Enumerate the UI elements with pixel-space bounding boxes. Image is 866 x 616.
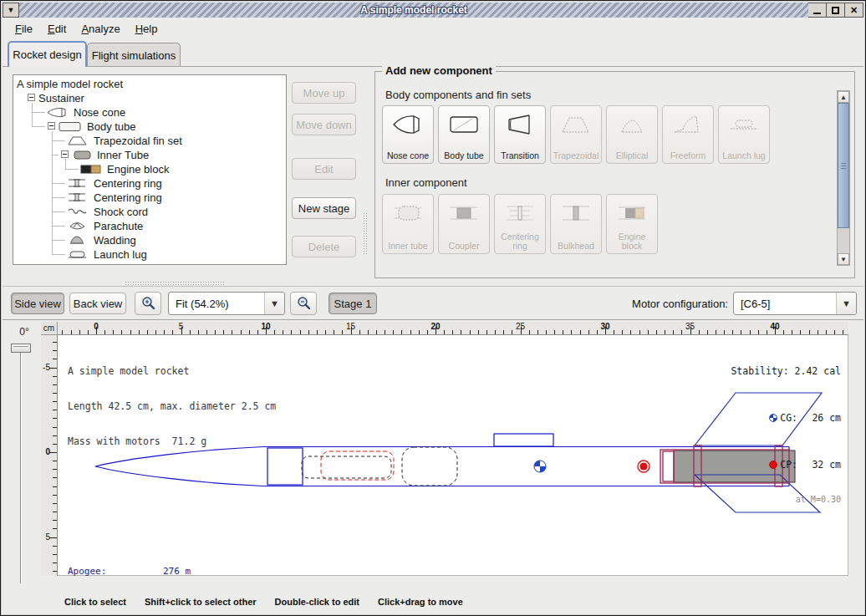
view-toolbar: Side view Back view Fit (54.2%) ▼ Stage … (3, 286, 863, 320)
tree-item-nose-cone[interactable]: Nose cone (13, 105, 286, 120)
body-tube-icon (447, 112, 481, 137)
scrollbar-thumb[interactable] (838, 103, 849, 228)
engine-block-shape (663, 451, 674, 481)
ruler-unit-label: cm (41, 322, 58, 335)
collapse-toggle-icon[interactable] (61, 150, 69, 158)
zoom-in-icon (140, 296, 155, 311)
add-transition-button[interactable]: Transition (494, 105, 546, 164)
move-up-button[interactable]: Move up (292, 82, 356, 104)
add-nose-cone-button[interactable]: Nose cone (382, 105, 434, 164)
parachute-shape[interactable] (402, 447, 457, 486)
rocket-info-text: A simple model rocket Length 42.5 cm, ma… (68, 342, 276, 471)
stability-info: Stability: 2.42 cal CG:26 cm CP:32 cm at… (711, 342, 841, 529)
hint-click-drag: Click+drag to move (378, 597, 463, 607)
motor-configuration-select[interactable]: [C6-5] ▼ (733, 292, 857, 315)
tree-item-launch-lug[interactable]: Launch lug (13, 247, 286, 262)
wadding-icon (67, 234, 89, 246)
rotation-slider-track[interactable] (20, 348, 22, 583)
menu-analyze[interactable]: Analyze (75, 20, 125, 38)
freeform-fin-icon (671, 112, 705, 137)
tree-item-sustainer[interactable]: Sustainer (13, 91, 286, 105)
menu-edit[interactable]: Edit (42, 20, 72, 38)
tree-item-trapezoidal-fin-set[interactable]: Trapezoidal fin set (13, 134, 286, 148)
add-freeform-fin-button[interactable]: Freeform (662, 105, 714, 164)
launch-lug-icon (727, 112, 761, 137)
launch-lug-icon (67, 249, 89, 260)
move-down-button[interactable]: Move down (292, 114, 356, 135)
add-launch-lug-button[interactable]: Launch lug (718, 105, 770, 164)
cg-icon (769, 414, 777, 422)
tree-item-shock-cord[interactable]: Shock cord (13, 205, 286, 219)
cp-line: CP:32 cm (711, 447, 841, 471)
title-bar[interactable]: ▼ A simple model rocket ✕ (3, 3, 863, 18)
tree-item-inner-tube[interactable]: Inner Tube (13, 148, 286, 162)
horizontal-ruler: 0510152025303540 (58, 322, 848, 335)
scroll-down-icon[interactable]: ▼ (838, 253, 849, 265)
tab-flight-simulations[interactable]: Flight simulations (87, 43, 181, 67)
rotation-angle-label: 0° (9, 324, 39, 339)
wadding-shape[interactable] (321, 451, 394, 480)
window-menu-button[interactable]: ▼ (3, 3, 19, 18)
minimize-icon (813, 13, 821, 14)
hint-double-click: Double-click to edit (275, 597, 359, 607)
zoom-in-button[interactable] (135, 292, 161, 315)
parachute-icon (67, 220, 89, 232)
tree-item-wadding[interactable]: Wadding (13, 233, 286, 247)
menu-bar: File Edit Analyze Help (3, 18, 863, 39)
hint-click-select: Click to select (64, 597, 126, 607)
close-button[interactable]: ✕ (845, 3, 863, 18)
cp-icon (769, 461, 777, 469)
tab-bar: Rocket design Flight simulations (3, 39, 863, 67)
nose-cone-icon (47, 107, 69, 118)
status-bar: Click to select Shift+click to select ot… (3, 590, 863, 613)
body-tube-icon (59, 121, 82, 132)
add-centering-ring-button[interactable]: Centering ring (494, 194, 546, 254)
back-view-button[interactable]: Back view (69, 293, 126, 314)
tree-item-body-tube[interactable]: Body tube (13, 120, 286, 134)
stage-1-button[interactable]: Stage 1 (329, 293, 377, 314)
horizontal-splitter[interactable] (125, 281, 225, 285)
zoom-level-select[interactable]: Fit (54.2%) ▼ (168, 292, 285, 315)
tree-item-centering-ring-2[interactable]: Centering ring (13, 191, 286, 205)
add-coupler-button[interactable]: Coupler (438, 194, 490, 254)
add-inner-tube-button[interactable]: Inner tube (382, 194, 434, 254)
menu-file[interactable]: File (9, 20, 38, 38)
hint-shift-click: Shift+click to select other (145, 597, 257, 607)
edit-button[interactable]: Edit (292, 158, 356, 180)
scroll-up-icon[interactable]: ▲ (838, 91, 849, 103)
side-view-button[interactable]: Side view (11, 293, 64, 314)
add-body-tube-button[interactable]: Body tube (438, 105, 490, 164)
delete-button[interactable]: Delete (292, 236, 356, 257)
component-tree[interactable]: A simple model rocket Sustainer Nose con… (13, 74, 287, 265)
rotation-slider-handle[interactable] (11, 344, 31, 353)
vertical-ruler: -505 (41, 335, 58, 576)
app-window: ▼ A simple model rocket ✕ File Edit Anal… (0, 0, 866, 616)
tree-item-centering-ring-1[interactable]: Centering ring (13, 176, 286, 191)
mach-note: at M=0.30 (711, 494, 841, 506)
tree-item-engine-block[interactable]: Engine block (13, 162, 286, 176)
add-engine-block-button[interactable]: Engine block (606, 194, 658, 254)
cg-marker (534, 461, 546, 472)
add-elliptical-fin-button[interactable]: Elliptical (606, 105, 658, 164)
minimize-button[interactable] (808, 3, 827, 18)
shock-cord-shape[interactable] (302, 456, 391, 478)
trapezoidal-fin-icon (67, 135, 89, 146)
rocket-drawing-canvas[interactable]: A simple model rocket Length 42.5 cm, ma… (58, 335, 848, 576)
new-stage-button[interactable]: New stage (292, 197, 356, 219)
maximize-button[interactable] (827, 3, 845, 18)
vertical-splitter[interactable] (363, 212, 368, 256)
group-title: Add new component (382, 64, 496, 77)
tree-item-parachute[interactable]: Parachute (13, 219, 286, 233)
chevron-down-icon: ▼ (264, 293, 284, 314)
add-bulkhead-button[interactable]: Bulkhead (550, 194, 602, 254)
component-panel-scrollbar[interactable]: ▲ ▼ (837, 90, 850, 266)
menu-help[interactable]: Help (130, 20, 164, 38)
cg-line: CG:26 cm (711, 400, 841, 424)
add-trapezoidal-fin-button[interactable]: Trapezoidal (550, 105, 602, 164)
collapse-toggle-icon[interactable] (28, 94, 35, 101)
centering-ring-icon (67, 191, 89, 203)
zoom-out-button[interactable] (290, 292, 317, 315)
collapse-toggle-icon[interactable] (48, 122, 55, 130)
inner-tube-icon (391, 201, 425, 226)
tab-rocket-design[interactable]: Rocket design (8, 41, 87, 67)
